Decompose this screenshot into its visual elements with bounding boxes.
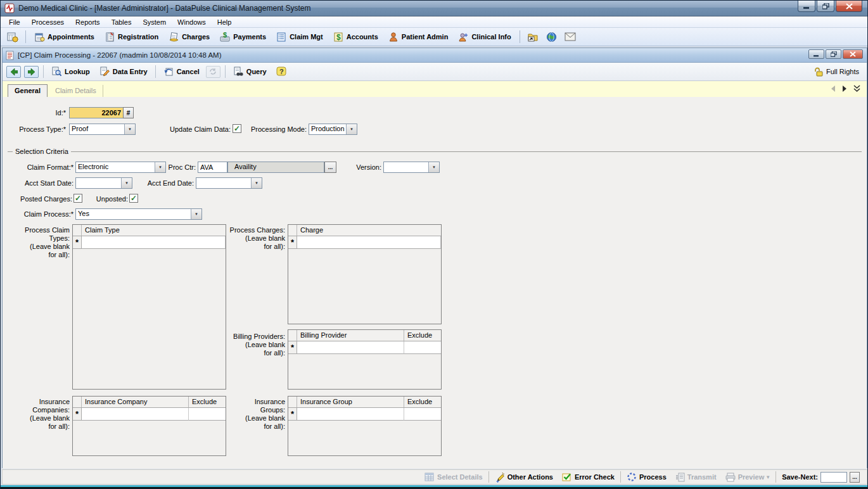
menu-windows[interactable]: Windows [172, 17, 212, 27]
main-titlebar: Demo Medical Clinic - [Master Administra… [1, 1, 867, 16]
menu-bar: File Processes Reports Tables System Win… [1, 16, 867, 28]
claim-type-cell[interactable] [82, 236, 226, 249]
insurance-companies-grid[interactable]: Insurance Company Exclude * [72, 396, 226, 456]
exclude-column-header[interactable]: Exclude [404, 397, 441, 407]
tab-scroll-right-icon[interactable] [842, 86, 847, 92]
claim-format-label: Claim Format:* [3, 163, 73, 172]
menu-file[interactable]: File [3, 17, 26, 27]
other-actions-button[interactable]: Other Actions [490, 472, 558, 483]
table-row[interactable]: * [288, 341, 441, 354]
dropdown-arrow-icon[interactable]: ▼ [121, 178, 132, 188]
id-field[interactable] [69, 107, 124, 118]
table-row[interactable]: * [288, 408, 441, 421]
registration-icon [105, 32, 115, 42]
unposted-checkbox[interactable]: ✓ [129, 194, 138, 203]
table-row[interactable]: * [73, 408, 226, 421]
appointments-button[interactable]: Appointments [30, 30, 98, 44]
claim-processing-window: [CP] Claim Processing - 22067 (madmin 10… [2, 48, 867, 468]
claim-close-button[interactable] [843, 49, 863, 59]
registration-button[interactable]: Registration [101, 30, 162, 44]
clinical-info-button[interactable]: Clinical Info [454, 30, 514, 44]
charge-column-header[interactable]: Charge [297, 225, 441, 236]
claim-mgt-button[interactable]: Claim Mgt [272, 30, 327, 44]
acct-end-date-select[interactable]: ▼ [196, 177, 262, 189]
tab-list-icon[interactable] [853, 85, 860, 92]
process-button[interactable]: Process [622, 472, 671, 482]
claim-types-grid[interactable]: Claim Type * [72, 224, 226, 390]
table-row[interactable]: * [73, 236, 226, 249]
charges-button[interactable]: Charges [165, 30, 214, 44]
nav-back-button[interactable] [6, 66, 21, 78]
table-row[interactable]: * [288, 236, 441, 249]
proc-ctr-lookup-button[interactable]: ... [324, 162, 336, 173]
save-next-lookup-button[interactable]: ... [850, 472, 860, 483]
dropdown-arrow-icon[interactable]: ▼ [428, 162, 439, 172]
ledger-button[interactable] [4, 30, 21, 44]
proc-ctr-code-field[interactable] [198, 162, 227, 173]
claim-format-select[interactable]: Electronic ▼ [75, 162, 166, 173]
menu-tables[interactable]: Tables [106, 17, 137, 27]
query-button[interactable]: Query [230, 65, 270, 79]
save-next-input[interactable] [820, 472, 847, 483]
claim-toolbar: Lookup Data Entry Cancel [3, 63, 867, 81]
back-arrow-icon [10, 68, 18, 75]
close-button[interactable] [836, 1, 862, 12]
billing-provider-column-header[interactable]: Billing Provider [297, 330, 404, 341]
billing-providers-grid[interactable]: Billing Provider Exclude * [288, 329, 442, 390]
web-globe-button[interactable] [544, 30, 559, 44]
acct-start-date-select[interactable]: ▼ [75, 177, 132, 189]
claim-process-select[interactable]: Yes ▼ [75, 208, 202, 220]
rights-indicator: Full Rights [814, 67, 863, 77]
data-entry-button[interactable]: Data Entry [96, 65, 151, 79]
claim-minimize-button[interactable] [808, 49, 824, 59]
tab-general[interactable]: General [8, 84, 48, 97]
menu-system[interactable]: System [137, 17, 172, 27]
insurance-group-cell[interactable] [297, 408, 404, 421]
insurance-group-column-header[interactable]: Insurance Group [297, 397, 404, 407]
charges-grid[interactable]: Charge * [288, 224, 442, 324]
patient-admin-button[interactable]: Patient Admin [385, 30, 452, 44]
dropdown-arrow-icon[interactable]: ▼ [251, 178, 262, 188]
exclude-cell[interactable] [404, 408, 441, 421]
menu-reports[interactable]: Reports [70, 17, 106, 27]
posted-charges-checkbox[interactable]: ✓ [73, 194, 82, 203]
other-actions-icon [495, 472, 505, 483]
patient-admin-label: Patient Admin [402, 33, 449, 41]
update-claim-data-checkbox[interactable]: ✓ [233, 124, 241, 133]
charge-cell[interactable] [297, 236, 441, 249]
dropdown-arrow-icon[interactable]: ▼ [155, 162, 165, 172]
claim-type-column-header[interactable]: Claim Type [82, 225, 226, 236]
menu-processes[interactable]: Processes [26, 17, 70, 27]
id-number-button[interactable]: # [123, 107, 134, 118]
processing-mode-select[interactable]: Production ▼ [309, 124, 357, 135]
appointments-icon [34, 32, 45, 42]
billing-provider-cell[interactable] [297, 341, 404, 354]
payments-button[interactable]: $ Payments [216, 30, 270, 44]
minimize-button[interactable] [798, 1, 815, 12]
claim-restore-button[interactable] [826, 49, 841, 59]
menu-help[interactable]: Help [212, 17, 238, 27]
tab-claim-details[interactable]: Claim Details [49, 85, 103, 97]
restore-button[interactable] [817, 1, 834, 12]
cancel-button[interactable]: Cancel [160, 65, 203, 79]
row-selector-header [73, 397, 82, 407]
nav-forward-button[interactable] [24, 66, 39, 78]
selection-criteria-legend: Selection Criteria [13, 148, 71, 155]
help-button[interactable]: ? [273, 65, 290, 78]
dropdown-arrow-icon[interactable]: ▼ [191, 209, 201, 219]
claim-mgt-label: Claim Mgt [290, 33, 323, 41]
transmit-icon [675, 473, 685, 482]
insurance-company-cell[interactable] [82, 408, 189, 421]
accounts-button[interactable]: $ Accounts [329, 30, 382, 44]
exclude-cell[interactable] [404, 341, 441, 354]
exclude-column-header[interactable]: Exclude [404, 330, 441, 341]
insurance-groups-grid[interactable]: Insurance Group Exclude * [288, 396, 442, 456]
tab-scroll-left-icon[interactable] [831, 86, 836, 92]
dropdown-arrow-icon[interactable]: ▼ [346, 124, 357, 134]
lookup-button[interactable]: Lookup [48, 65, 93, 79]
mail-button[interactable] [562, 31, 578, 42]
error-check-button[interactable]: Error Check [558, 472, 619, 482]
shortcut-folder-button[interactable] [525, 30, 541, 43]
version-select[interactable]: ▼ [383, 162, 440, 173]
insurance-company-column-header[interactable]: Insurance Company [82, 397, 189, 407]
